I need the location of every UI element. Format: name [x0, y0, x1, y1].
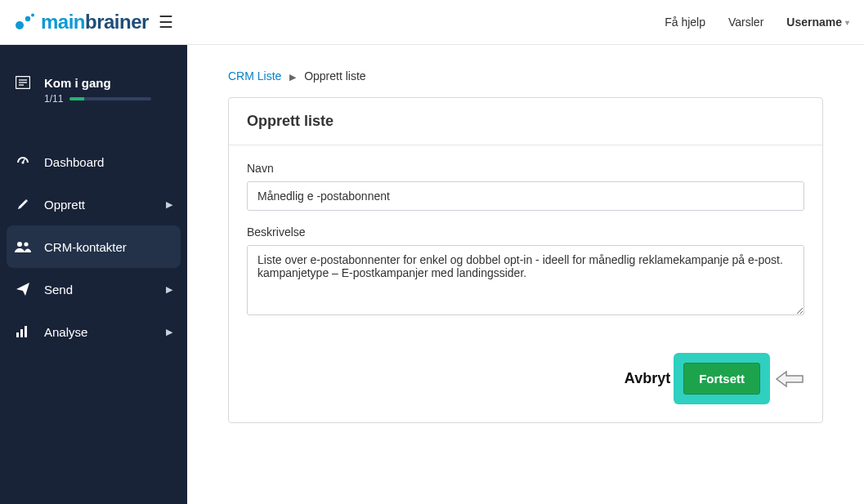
svg-point-9 — [17, 242, 22, 247]
description-textarea[interactable] — [247, 245, 804, 315]
name-input[interactable] — [247, 181, 804, 211]
breadcrumb-current: Opprett liste — [304, 69, 365, 83]
help-link[interactable]: Få hjelp — [665, 16, 705, 29]
logo-dots-icon — [15, 12, 36, 32]
svg-rect-13 — [25, 326, 27, 337]
chevron-down-icon: ▾ — [845, 18, 849, 27]
svg-point-2 — [31, 14, 34, 17]
create-list-card: Opprett liste Navn Beskrivelse Avbryt Fo… — [228, 97, 823, 423]
svg-rect-12 — [20, 329, 23, 337]
card-title: Opprett liste — [229, 98, 822, 145]
sidebar: Kom i gang 1/11 Dashboard Opprett ▶ — [0, 45, 187, 504]
chevron-right-icon: ▶ — [166, 199, 172, 210]
svg-rect-8 — [23, 158, 25, 162]
topbar: mainbrainer ☰ Få hjelp Varsler Username … — [0, 0, 864, 45]
logo[interactable]: mainbrainer — [15, 11, 149, 33]
sidebar-item-label: CRM-kontakter — [44, 240, 127, 254]
alerts-link[interactable]: Varsler — [728, 16, 763, 29]
logo-text: mainbrainer — [41, 11, 149, 33]
pencil-icon — [15, 198, 31, 211]
paper-plane-icon — [15, 283, 31, 296]
onboard-progress-bar — [69, 97, 151, 100]
topbar-right: Få hjelp Varsler Username ▾ — [665, 16, 849, 29]
main-content: CRM Liste ▶ Opprett liste Opprett liste … — [187, 45, 864, 504]
sidebar-item-analyze[interactable]: Analyse ▶ — [0, 310, 187, 353]
sidebar-onboarding[interactable]: Kom i gang 1/11 — [0, 76, 187, 105]
sidebar-item-create[interactable]: Opprett ▶ — [0, 183, 187, 225]
svg-point-0 — [16, 21, 24, 29]
sidebar-item-send[interactable]: Send ▶ — [0, 268, 187, 310]
breadcrumb-separator-icon: ▶ — [289, 72, 296, 82]
chevron-right-icon: ▶ — [166, 284, 172, 295]
sidebar-item-label: Opprett — [44, 198, 85, 212]
continue-highlight: Fortsett — [674, 353, 804, 404]
sidebar-item-label: Send — [44, 283, 73, 297]
description-label: Beskrivelse — [247, 225, 804, 239]
chevron-right-icon: ▶ — [166, 327, 172, 337]
menu-toggle-icon[interactable]: ☰ — [159, 14, 173, 30]
name-label: Navn — [247, 162, 804, 175]
users-icon — [15, 240, 31, 253]
sidebar-item-label: Dashboard — [44, 155, 104, 169]
sidebar-item-dashboard[interactable]: Dashboard — [0, 140, 187, 183]
user-menu[interactable]: Username ▾ — [786, 16, 849, 29]
onboard-title: Kom i gang — [44, 76, 151, 90]
checklist-icon — [15, 76, 31, 89]
continue-button[interactable]: Fortsett — [683, 363, 760, 395]
breadcrumb: CRM Liste ▶ Opprett liste — [228, 69, 823, 83]
sidebar-item-label: Analyse — [44, 325, 87, 339]
svg-point-1 — [25, 16, 30, 21]
arrow-left-callout-icon — [775, 369, 804, 389]
bar-chart-icon — [15, 326, 31, 337]
breadcrumb-root-link[interactable]: CRM Liste — [228, 69, 281, 83]
onboard-count: 1/11 — [44, 93, 63, 105]
username-label: Username — [786, 16, 842, 29]
gauge-icon — [15, 154, 31, 169]
topbar-left: mainbrainer ☰ — [15, 11, 173, 33]
svg-rect-11 — [16, 332, 19, 337]
cancel-button[interactable]: Avbryt — [624, 370, 670, 387]
sidebar-item-crm-contacts[interactable]: CRM-kontakter — [7, 225, 181, 268]
svg-point-10 — [24, 242, 28, 246]
